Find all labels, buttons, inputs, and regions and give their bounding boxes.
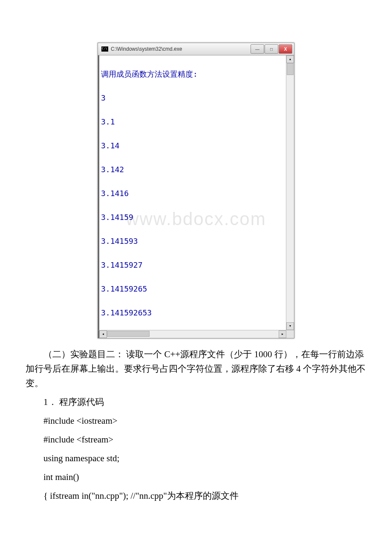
scroll-up-icon[interactable]: ▴ bbox=[286, 55, 294, 63]
console-line: 3.14159265 bbox=[101, 283, 284, 295]
console-line: 3.141593 bbox=[101, 235, 284, 247]
code-line: #include <iostream> bbox=[26, 413, 366, 428]
console-body: 调用成员函数方法设置精度: 3 3.1 3.14 3.142 3.1416 3.… bbox=[98, 55, 294, 330]
console-line: 3.14 bbox=[101, 140, 284, 152]
console-line: 3 bbox=[101, 92, 284, 104]
horizontal-scrollbar[interactable]: ◂ ▸ bbox=[98, 330, 294, 338]
scroll-thumb[interactable] bbox=[287, 63, 294, 75]
document-page: C:\Windows\system32\cmd.exe — □ X 调用成员函数… bbox=[0, 0, 392, 533]
vertical-scrollbar[interactable]: ▴ ▾ bbox=[286, 55, 294, 330]
close-button[interactable]: X bbox=[279, 44, 292, 54]
scroll-thumb[interactable] bbox=[107, 331, 150, 337]
code-line: using namespace std; bbox=[26, 451, 366, 465]
scroll-corner bbox=[286, 330, 294, 338]
console-line: 3.1416 bbox=[101, 188, 284, 199]
minimize-button[interactable]: — bbox=[251, 44, 264, 54]
code-line: { ifstream in("nn.cpp"); //"nn.cpp"为本程序的… bbox=[26, 489, 366, 503]
paragraph: （二）实验题目二： 读取一个 C++源程序文件（少于 1000 行），在每一行前… bbox=[26, 347, 366, 390]
console-line: 3.1 bbox=[101, 116, 284, 128]
scroll-right-icon[interactable]: ▸ bbox=[279, 330, 286, 338]
scroll-track[interactable] bbox=[107, 330, 279, 338]
window-title: C:\Windows\system32\cmd.exe bbox=[111, 46, 250, 52]
code-line: #include <fstream> bbox=[26, 432, 366, 447]
console-window: C:\Windows\system32\cmd.exe — □ X 调用成员函数… bbox=[98, 43, 294, 338]
cmd-icon bbox=[101, 46, 108, 52]
paragraph: 1． 程序源代码 bbox=[26, 395, 366, 409]
console-line: 3.14159 bbox=[101, 211, 284, 223]
maximize-button[interactable]: □ bbox=[265, 44, 278, 54]
code-line: int main() bbox=[26, 470, 366, 484]
console-line: 调用成员函数方法设置精度: bbox=[101, 68, 284, 80]
console-line: 3.142 bbox=[101, 164, 284, 176]
scroll-down-icon[interactable]: ▾ bbox=[286, 322, 294, 330]
console-line: 3.1415927 bbox=[101, 259, 284, 271]
console-line: 3.141592653 bbox=[101, 307, 284, 319]
window-buttons: — □ X bbox=[250, 44, 292, 54]
scroll-left-icon[interactable]: ◂ bbox=[99, 330, 107, 338]
window-titlebar[interactable]: C:\Windows\system32\cmd.exe — □ X bbox=[98, 43, 294, 55]
document-text: （二）实验题目二： 读取一个 C++源程序文件（少于 1000 行），在每一行前… bbox=[26, 347, 366, 503]
console-output: 调用成员函数方法设置精度: 3 3.1 3.14 3.142 3.1416 3.… bbox=[98, 55, 286, 330]
